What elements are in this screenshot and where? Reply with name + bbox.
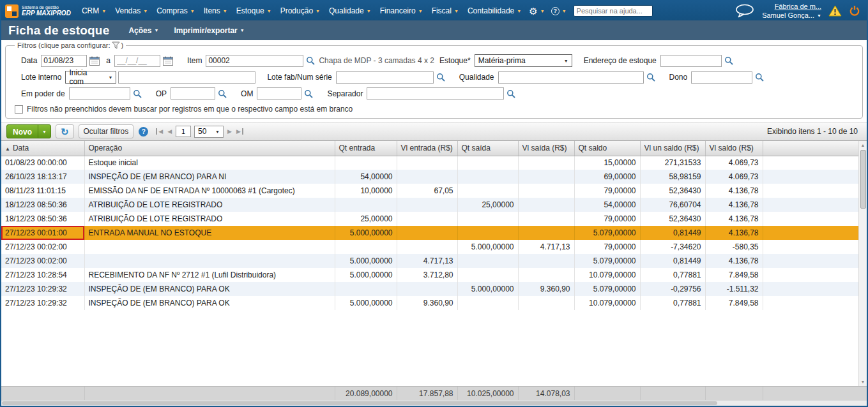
calendar-icon[interactable] (89, 56, 100, 66)
search-icon[interactable] (646, 73, 655, 82)
gear-icon: ⚙ (529, 6, 537, 16)
horizontal-scrollbar[interactable] (1, 400, 867, 406)
lote-interno-operator-select[interactable]: Inicia com ▼ (65, 71, 116, 84)
table-row[interactable]: 27/12/23 00:02:005.000,000004.717,1379,0… (1, 240, 858, 254)
pagination: ◀ ◀ 50 ▼ ▶ ▶ (156, 126, 243, 138)
last-page-button[interactable]: ▶ (236, 128, 243, 135)
totals-row: 20.089,00000 17.857,88 10.025,00000 14.0… (1, 387, 858, 400)
acoes-menu[interactable]: Ações ▼ (128, 26, 158, 35)
alerts-button[interactable] (828, 5, 842, 17)
endereco-estoque-label: Endereço de estoque (584, 56, 657, 65)
op-input[interactable] (171, 87, 215, 100)
lote-fab-input[interactable] (336, 71, 434, 84)
menu-itens[interactable]: Itens▼ (199, 6, 232, 15)
logo-tagline: Sistema de gestão (22, 5, 71, 10)
search-icon[interactable] (306, 56, 315, 65)
chevron-down-icon: ▼ (240, 28, 245, 33)
menu-vendas[interactable]: Vendas▼ (110, 6, 152, 15)
column-header-vl-entrada[interactable]: Vl entrada (R$) (397, 141, 457, 156)
logo-title: ERP MAXIPROD (22, 10, 71, 17)
novo-button[interactable]: Novo ▼ (6, 124, 51, 138)
table-row[interactable]: 27/12/23 10:28:54RECEBIMENTO DA NF Nº 27… (1, 268, 858, 282)
refresh-button[interactable]: ↻ (56, 124, 74, 138)
estoque-select[interactable]: Matéria-prima ▼ (475, 54, 572, 67)
totals-table: 20.089,00000 17.857,88 10.025,00000 14.0… (1, 387, 858, 400)
calendar-icon[interactable] (163, 56, 173, 66)
menu-crm[interactable]: CRM▼ (77, 6, 110, 15)
table-row[interactable]: 27/12/23 00:01:00ENTRADA MANUAL NO ESTOQ… (1, 226, 858, 240)
qualidade-input[interactable] (498, 71, 644, 84)
menu-qualidade[interactable]: Qualidade▼ (324, 6, 376, 15)
scroll-down-icon[interactable]: ▼ (861, 378, 865, 386)
help-button[interactable]: ? (139, 127, 148, 137)
prev-page-button[interactable]: ◀ (167, 128, 172, 135)
lote-interno-label: Lote interno (21, 73, 61, 82)
menu-contabilidade[interactable]: Contabilidade▼ (463, 6, 526, 15)
om-label: OM (241, 89, 253, 98)
search-icon[interactable] (133, 89, 142, 98)
maxiprod-logo[interactable]: Sistema de gestão ERP MAXIPROD (5, 4, 71, 18)
table-row[interactable]: 26/10/23 18:13:17INSPEÇÃO DE (EM BRANCO)… (1, 170, 858, 184)
settings-menu[interactable]: ⚙ ▼ (526, 6, 547, 16)
date-to-input[interactable] (114, 55, 160, 67)
search-icon[interactable] (436, 73, 445, 82)
search-icon[interactable] (506, 89, 515, 98)
filters-legend[interactable]: Filtros (clique para configurar: ) (15, 41, 126, 49)
table-row[interactable]: 08/11/23 11:01:15EMISSÃO DA NF DE ENTRAD… (1, 184, 858, 198)
scroll-up-icon[interactable]: ▲ (861, 141, 865, 149)
endereco-estoque-input[interactable] (660, 55, 722, 67)
imprimir-exportar-menu[interactable]: Imprimir/exportar ▼ (174, 26, 244, 35)
menu-produção[interactable]: Produção▼ (276, 6, 324, 15)
menu-compras[interactable]: Compras▼ (152, 6, 199, 15)
menu-estoque[interactable]: Estoque▼ (232, 6, 276, 15)
search-icon[interactable] (304, 89, 313, 98)
om-input[interactable] (257, 87, 301, 100)
vertical-scrollbar[interactable]: ▲ ▼ (858, 141, 867, 386)
search-icon[interactable] (755, 73, 764, 82)
chevron-down-icon: ▼ (517, 9, 521, 13)
table-row[interactable]: 27/12/23 10:29:32INSPEÇÃO DE (EM BRANCO)… (1, 296, 858, 310)
table-row[interactable]: 18/12/23 08:50:36ATRIBUIÇÃO DE LOTE REGI… (1, 212, 858, 226)
help-menu[interactable]: ? ▼ (548, 7, 570, 15)
help-icon: ? (551, 7, 560, 15)
column-header-data[interactable]: ▲Data (1, 141, 84, 156)
page-size-select[interactable]: 50 ▼ (194, 126, 224, 138)
table-row[interactable]: 27/12/23 10:29:32INSPEÇÃO DE (EM BRANCO)… (1, 282, 858, 296)
chat-button[interactable] (735, 4, 755, 18)
search-icon[interactable] (218, 89, 227, 98)
menu-fiscal[interactable]: Fiscal▼ (427, 6, 463, 15)
company-link[interactable]: Fábrica de m... (762, 2, 821, 11)
menu-financeiro[interactable]: Financeiro▼ (376, 6, 427, 15)
first-page-button[interactable]: ◀ (156, 128, 164, 135)
column-header-vl-un-saldo[interactable]: Vl un saldo (R$) (640, 141, 705, 156)
item-input[interactable] (206, 55, 303, 67)
column-header-qt-saida[interactable]: Qt saída (457, 141, 518, 156)
scrollbar-thumb[interactable] (2, 401, 717, 405)
table-row[interactable]: 18/12/23 08:50:36ATRIBUIÇÃO DE LOTE REGI… (1, 198, 858, 212)
column-header-vl-saldo[interactable]: Vl saldo (R$) (705, 141, 763, 156)
user-menu[interactable]: Samuel Gonça... ▼ (762, 11, 821, 20)
help-search-input[interactable] (574, 5, 653, 17)
column-header-operacao[interactable]: Operação (84, 141, 335, 156)
item-label: Item (187, 56, 202, 65)
page-number-input[interactable] (176, 126, 191, 137)
page-title: Ficha de estoque (8, 24, 109, 38)
next-page-button[interactable]: ▶ (227, 128, 232, 135)
lote-interno-input[interactable] (118, 71, 255, 84)
scrollbar-thumb[interactable] (860, 150, 866, 209)
table-row[interactable]: 01/08/23 00:00:00Estoque inicial15,00000… (1, 156, 858, 170)
blank-filters-checkbox[interactable] (15, 105, 23, 114)
dono-input[interactable] (691, 71, 752, 84)
chevron-down-icon: ▼ (223, 9, 227, 13)
em-poder-de-input[interactable] (69, 87, 130, 100)
column-header-qt-saldo[interactable]: Qt saldo (574, 141, 640, 156)
chevron-down-icon: ▼ (316, 9, 320, 13)
separador-input[interactable] (367, 87, 504, 100)
search-icon[interactable] (724, 56, 733, 65)
ocultar-filtros-button[interactable]: Ocultar filtros (79, 124, 134, 138)
column-header-qt-entrada[interactable]: Qt entrada (335, 141, 397, 156)
column-header-vl-saida[interactable]: Vl saída (R$) (518, 141, 574, 156)
logout-button[interactable] (849, 5, 860, 17)
date-from-input[interactable] (41, 55, 87, 67)
table-row[interactable]: 27/12/23 00:02:005.000,000004.717,135.07… (1, 254, 858, 268)
